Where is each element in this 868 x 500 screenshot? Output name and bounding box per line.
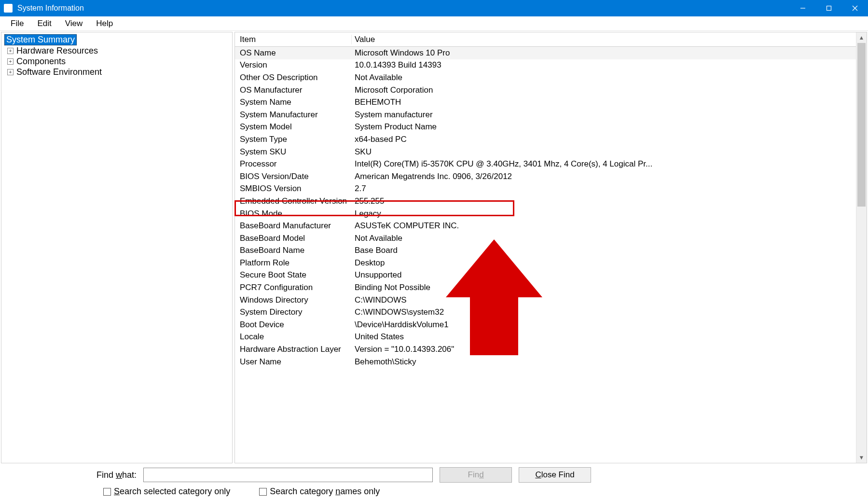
cell-item: System Directory (235, 307, 352, 317)
table-row[interactable]: BaseBoard ManufacturerASUSTeK COMPUTER I… (235, 220, 856, 232)
cell-item: OS Name (235, 48, 352, 58)
cell-item: Locale (235, 332, 352, 342)
cell-value: Desktop (352, 258, 856, 268)
cell-item: Embedded Controller Version (235, 196, 352, 206)
client-area: System Summary +Hardware Resources+Compo… (0, 31, 868, 464)
cell-item: System Name (235, 97, 352, 107)
cell-value: Not Available (352, 234, 856, 243)
table-row[interactable]: Secure Boot StateUnsupported (235, 269, 856, 282)
table-row[interactable]: BaseBoard ModelNot Available (235, 232, 856, 245)
find-label: Find what: (96, 470, 137, 480)
cell-item: System Manufacturer (235, 110, 352, 120)
cell-item: Hardware Abstraction Layer (235, 345, 352, 354)
table-row[interactable]: LocaleUnited States (235, 331, 856, 344)
table-row[interactable]: OS ManufacturerMicrosoft Corporation (235, 84, 856, 97)
tree-expander-icon[interactable]: + (7, 48, 14, 54)
table-row[interactable]: PCR7 ConfigurationBinding Not Possible (235, 281, 856, 294)
find-bar: Find what: Find Close Find Search select… (0, 464, 868, 500)
column-value[interactable]: Value (352, 35, 856, 44)
cell-value: BEHEMOTH (352, 97, 856, 107)
cell-value: Intel(R) Core(TM) i5-3570K CPU @ 3.40GHz… (352, 159, 856, 169)
cell-value: Not Available (352, 73, 856, 83)
checkbox-label: Search category names only (270, 486, 380, 497)
table-row[interactable]: System SKUSKU (235, 146, 856, 158)
tree-root-system-summary[interactable]: System Summary (4, 34, 77, 45)
search-category-names-checkbox[interactable]: Search category names only (259, 486, 380, 497)
cell-value: Legacy (352, 209, 856, 219)
cell-item: BaseBoard Model (235, 234, 352, 243)
tree-node[interactable]: +Components (7, 56, 229, 67)
table-header[interactable]: Item Value (235, 32, 856, 47)
cell-value: Version = "10.0.14393.206" (352, 345, 856, 354)
cell-item: User Name (235, 357, 352, 367)
tree-node[interactable]: +Hardware Resources (7, 46, 229, 56)
cell-value: 255.255 (352, 196, 856, 206)
cell-item: Other OS Description (235, 73, 352, 83)
table-row[interactable]: System ManufacturerSystem manufacturer (235, 109, 856, 121)
table-row[interactable]: Embedded Controller Version255.255 (235, 195, 856, 208)
scroll-down-icon[interactable]: ▼ (856, 452, 867, 463)
cell-item: System Type (235, 135, 352, 144)
close-button[interactable] (842, 0, 868, 16)
find-input[interactable] (143, 468, 433, 482)
cell-item: PCR7 Configuration (235, 283, 352, 292)
close-find-button[interactable]: Close Find (519, 467, 591, 483)
tree-node-label: Components (16, 56, 66, 67)
table-row[interactable]: BaseBoard NameBase Board (235, 245, 856, 257)
menu-edit[interactable]: Edit (30, 17, 58, 30)
tree-node[interactable]: +Software Environment (7, 67, 229, 77)
tree-expander-icon[interactable]: + (7, 58, 14, 65)
cell-item: BaseBoard Name (235, 246, 352, 255)
cell-value: United States (352, 332, 856, 342)
cell-value: Unsupported (352, 270, 856, 280)
table-row[interactable]: BIOS ModeLegacy (235, 208, 856, 220)
vertical-scrollbar[interactable]: ▲ ▼ (856, 32, 867, 463)
cell-value: System manufacturer (352, 110, 856, 120)
menu-view[interactable]: View (58, 17, 90, 30)
scroll-up-icon[interactable]: ▲ (856, 32, 867, 43)
minimize-button[interactable] (790, 0, 816, 16)
table-row[interactable]: Version10.0.14393 Build 14393 (235, 59, 856, 72)
cell-item: Windows Directory (235, 295, 352, 305)
table-row[interactable]: System NameBEHEMOTH (235, 96, 856, 109)
table-row[interactable]: ProcessorIntel(R) Core(TM) i5-3570K CPU … (235, 158, 856, 170)
cell-item: System SKU (235, 147, 352, 157)
title-bar: System Information (0, 0, 868, 16)
cell-item: SMBIOS Version (235, 184, 352, 194)
table-row[interactable]: Other OS DescriptionNot Available (235, 71, 856, 84)
cell-item: Boot Device (235, 320, 352, 330)
search-selected-category-checkbox[interactable]: Search selected category only (103, 486, 230, 497)
table-row[interactable]: Hardware Abstraction LayerVersion = "10.… (235, 343, 856, 356)
nav-tree[interactable]: System Summary +Hardware Resources+Compo… (1, 32, 233, 463)
cell-value: 2.7 (352, 184, 856, 194)
cell-value: Microsoft Windows 10 Pro (352, 48, 856, 58)
table-row[interactable]: OS NameMicrosoft Windows 10 Pro (235, 47, 856, 59)
table-row[interactable]: Windows DirectoryC:\WINDOWS (235, 294, 856, 306)
cell-value: ASUSTeK COMPUTER INC. (352, 221, 856, 231)
table-row[interactable]: Platform RoleDesktop (235, 257, 856, 269)
cell-item: BaseBoard Manufacturer (235, 221, 352, 231)
table-row[interactable]: SMBIOS Version2.7 (235, 183, 856, 195)
scroll-thumb[interactable] (857, 43, 866, 207)
menu-bar: File Edit View Help (0, 16, 868, 31)
menu-help[interactable]: Help (89, 17, 120, 30)
cell-value: American Megatrends Inc. 0906, 3/26/2012 (352, 172, 856, 181)
cell-item: Processor (235, 159, 352, 169)
column-item[interactable]: Item (235, 35, 352, 44)
table-row[interactable]: System DirectoryC:\WINDOWS\system32 (235, 306, 856, 319)
cell-item: BIOS Version/Date (235, 172, 352, 181)
table-row[interactable]: Boot Device\Device\HarddiskVolume1 (235, 319, 856, 331)
table-row[interactable]: BIOS Version/DateAmerican Megatrends Inc… (235, 170, 856, 183)
table-row[interactable]: System ModelSystem Product Name (235, 121, 856, 134)
scroll-track[interactable] (856, 43, 867, 452)
menu-file[interactable]: File (4, 17, 30, 30)
maximize-button[interactable] (816, 0, 842, 16)
find-button[interactable]: Find (440, 467, 512, 483)
cell-item: Version (235, 60, 352, 70)
checkbox-label: Search selected category only (114, 486, 230, 497)
tree-expander-icon[interactable]: + (7, 69, 14, 75)
cell-value: Binding Not Possible (352, 283, 856, 292)
table-row[interactable]: System Typex64-based PC (235, 133, 856, 146)
cell-value: SKU (352, 147, 856, 157)
table-row[interactable]: User NameBehemoth\Sticky (235, 356, 856, 368)
